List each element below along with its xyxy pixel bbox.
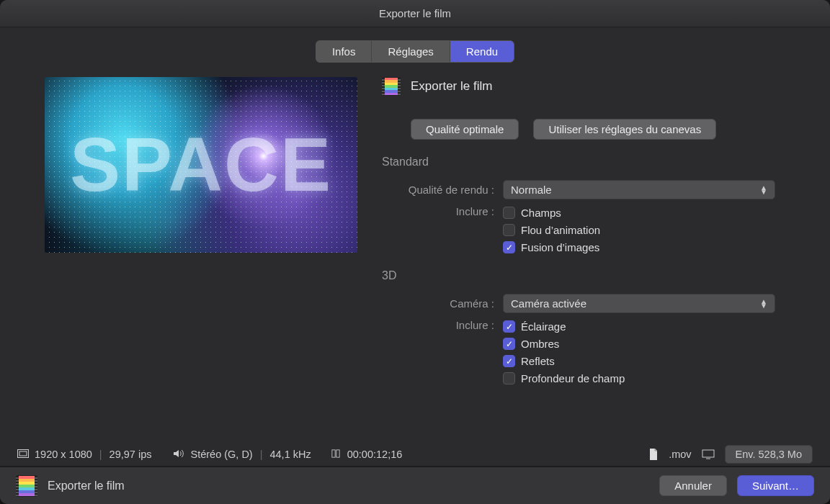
preset-row: Qualité optimale Utiliser les réglages d… xyxy=(411,119,810,140)
camera-value: Caméra activée xyxy=(511,297,586,310)
checkbox-label: Flou d’animation xyxy=(521,224,600,236)
duration-icon xyxy=(330,449,342,460)
svg-rect-4 xyxy=(702,450,714,457)
separator: | xyxy=(260,449,263,460)
next-button[interactable]: Suivant… xyxy=(737,475,814,496)
checkbox-reflets[interactable]: ✓ Reflets xyxy=(503,355,625,367)
three-d-include-label: Inclure : xyxy=(382,319,503,331)
checkbox-box: ✓ xyxy=(503,320,515,333)
status-size: Env. 528,3 Mo xyxy=(725,445,813,464)
file-icon xyxy=(648,449,659,460)
frame-icon xyxy=(17,449,29,460)
render-quality-select[interactable]: Normale ▲▼ xyxy=(503,180,775,199)
standard-include-label: Inclure : xyxy=(382,205,503,217)
cancel-button[interactable]: Annuler xyxy=(659,475,727,496)
tab-infos[interactable]: Infos xyxy=(316,41,372,62)
best-quality-button[interactable]: Qualité optimale xyxy=(411,119,519,140)
svg-rect-3 xyxy=(336,449,339,456)
checkbox-box: ✓ xyxy=(503,241,515,253)
tab-segmented: Infos Réglages Rendu xyxy=(316,40,514,63)
camera-label: Caméra : xyxy=(382,297,503,310)
status-fps: 29,97 ips xyxy=(110,449,152,460)
checkbox-fusion-images[interactable]: ✓ Fusion d’images xyxy=(503,241,600,253)
content-area: SPACE Exporter le film Qualité optimale … xyxy=(0,70,830,442)
footer-title: Exporter le film xyxy=(48,480,125,492)
updown-icon: ▲▼ xyxy=(760,186,767,194)
export-dialog: Exporter le film Infos Réglages Rendu SP… xyxy=(0,0,830,504)
svg-rect-1 xyxy=(19,451,27,456)
status-sample-rate: 44,1 kHz xyxy=(269,449,311,460)
checkbox-flou-animation[interactable]: Flou d’animation xyxy=(503,224,600,236)
footer-buttons: Annuler Suivant… xyxy=(659,475,814,496)
film-icon xyxy=(16,475,37,497)
settings-panel: Exporter le film Qualité optimale Utilis… xyxy=(357,77,810,442)
tab-bar: Infos Réglages Rendu xyxy=(0,27,830,70)
status-resolution: 1920 x 1080 xyxy=(35,449,92,460)
checkbox-box xyxy=(503,207,515,219)
tab-reglages[interactable]: Réglages xyxy=(372,41,450,62)
window-title: Exporter le film xyxy=(379,7,451,19)
preview-thumbnail: SPACE xyxy=(45,77,357,253)
row-render-quality: Qualité de rendu : Normale ▲▼ xyxy=(382,180,810,199)
export-title: Exporter le film xyxy=(411,79,492,94)
status-right: .mov Env. 528,3 Mo xyxy=(648,445,813,464)
section-label-standard: Standard xyxy=(382,156,810,168)
checkbox-eclairage[interactable]: ✓ Éclairage xyxy=(503,320,625,333)
row-standard-include: Inclure : Champs Flou d’animation ✓ Fusi… xyxy=(382,205,810,253)
row-3d-include: Inclure : ✓ Éclairage ✓ Ombres ✓ Reflets xyxy=(382,319,810,384)
footer: Exporter le film Annuler Suivant… xyxy=(0,467,830,504)
preview-text: SPACE xyxy=(70,122,332,208)
speaker-icon xyxy=(173,449,184,460)
render-quality-label: Qualité de rendu : xyxy=(382,184,503,196)
titlebar: Exporter le film xyxy=(0,0,830,27)
export-heading: Exporter le film xyxy=(382,77,810,96)
film-icon xyxy=(382,77,401,96)
checkbox-box: ✓ xyxy=(503,355,515,367)
checkbox-label: Éclairage xyxy=(521,320,566,333)
three-d-include-group: ✓ Éclairage ✓ Ombres ✓ Reflets Profondeu… xyxy=(503,319,625,384)
separator: | xyxy=(99,449,102,460)
updown-icon: ▲▼ xyxy=(760,300,767,308)
display-icon xyxy=(702,449,715,459)
checkbox-label: Reflets xyxy=(521,355,555,367)
checkbox-label: Fusion d’images xyxy=(521,241,599,253)
preview-text-layer: SPACE xyxy=(45,77,357,253)
status-ext: .mov xyxy=(669,449,691,460)
checkbox-box xyxy=(503,224,515,236)
camera-select[interactable]: Caméra activée ▲▼ xyxy=(503,294,775,313)
checkbox-box: ✓ xyxy=(503,338,515,350)
checkbox-box xyxy=(503,372,515,384)
section-label-3d: 3D xyxy=(382,269,810,282)
checkbox-champs[interactable]: Champs xyxy=(503,207,600,219)
svg-rect-2 xyxy=(332,449,335,456)
checkbox-profondeur-champ[interactable]: Profondeur de champ xyxy=(503,372,625,384)
standard-include-group: Champs Flou d’animation ✓ Fusion d’image… xyxy=(503,205,600,253)
checkbox-label: Ombres xyxy=(521,338,559,350)
render-quality-value: Normale xyxy=(511,184,552,196)
checkbox-label: Profondeur de champ xyxy=(521,372,625,384)
row-camera: Caméra : Caméra activée ▲▼ xyxy=(382,294,810,313)
tab-rendu[interactable]: Rendu xyxy=(450,41,514,62)
status-audio: Stéréo (G, D) xyxy=(190,449,252,460)
status-bar: 1920 x 1080 | 29,97 ips Stéréo (G, D) | … xyxy=(0,442,830,467)
use-canvas-settings-button[interactable]: Utiliser les réglages du canevas xyxy=(533,119,716,140)
status-duration: 00:00:12;16 xyxy=(347,449,403,460)
checkbox-ombres[interactable]: ✓ Ombres xyxy=(503,338,625,350)
checkbox-label: Champs xyxy=(521,207,561,219)
